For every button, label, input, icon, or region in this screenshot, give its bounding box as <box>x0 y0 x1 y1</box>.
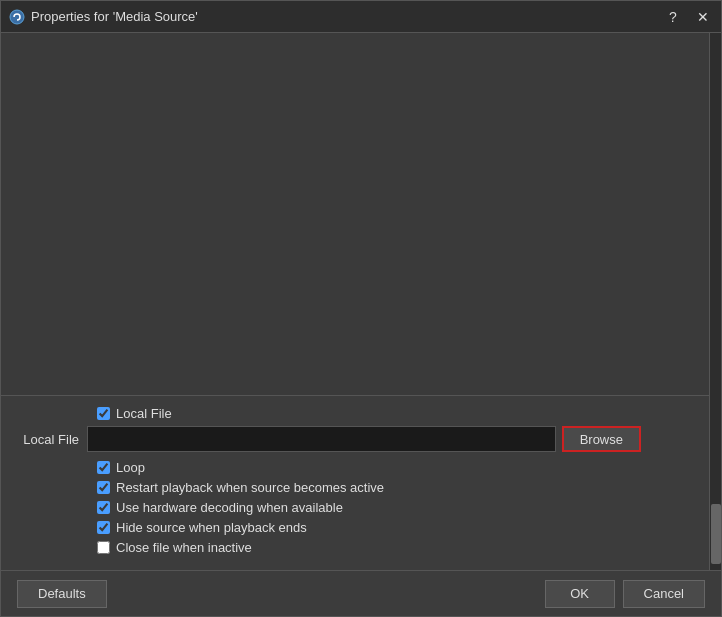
ok-button[interactable]: OK <box>545 580 615 608</box>
hide-label: Hide source when playback ends <box>116 520 307 535</box>
titlebar-left: Properties for 'Media Source' <box>9 9 198 25</box>
svg-point-0 <box>10 10 24 24</box>
local-file-checkbox[interactable] <box>97 407 110 420</box>
help-button[interactable]: ? <box>663 7 683 27</box>
defaults-button[interactable]: Defaults <box>17 580 107 608</box>
close-checkbox[interactable] <box>97 541 110 554</box>
loop-label: Loop <box>116 460 145 475</box>
restart-label: Restart playback when source becomes act… <box>116 480 384 495</box>
hardware-checkbox-row: Use hardware decoding when available <box>97 500 641 515</box>
titlebar-controls: ? ✕ <box>663 7 713 27</box>
loop-checkbox-row: Loop <box>97 460 641 475</box>
browse-button[interactable]: Browse <box>562 426 641 452</box>
dialog: Properties for 'Media Source' ? ✕ Local … <box>0 0 722 617</box>
content-area: Local File Local File Browse Loop Restar… <box>1 396 721 570</box>
titlebar-title: Properties for 'Media Source' <box>31 9 198 24</box>
hardware-label: Use hardware decoding when available <box>116 500 343 515</box>
scrollbar-track[interactable] <box>709 33 721 570</box>
local-file-label: Local File <box>17 432 87 447</box>
cancel-button[interactable]: Cancel <box>623 580 705 608</box>
local-file-input-row: Local File Browse <box>17 426 641 452</box>
hide-checkbox-row: Hide source when playback ends <box>97 520 641 535</box>
obs-icon <box>9 9 25 25</box>
preview-area <box>1 33 721 396</box>
hide-checkbox[interactable] <box>97 521 110 534</box>
close-label: Close file when inactive <box>116 540 252 555</box>
local-file-checkbox-label: Local File <box>116 406 172 421</box>
footer-right: OK Cancel <box>545 580 705 608</box>
local-file-checkbox-row: Local File <box>97 406 641 421</box>
local-file-input[interactable] <box>87 426 556 452</box>
footer: Defaults OK Cancel <box>1 570 721 616</box>
scrollbar-thumb[interactable] <box>711 504 721 564</box>
loop-checkbox[interactable] <box>97 461 110 474</box>
close-checkbox-row: Close file when inactive <box>97 540 641 555</box>
restart-checkbox-row: Restart playback when source becomes act… <box>97 480 641 495</box>
close-button[interactable]: ✕ <box>693 7 713 27</box>
titlebar: Properties for 'Media Source' ? ✕ <box>1 1 721 33</box>
restart-checkbox[interactable] <box>97 481 110 494</box>
hardware-checkbox[interactable] <box>97 501 110 514</box>
